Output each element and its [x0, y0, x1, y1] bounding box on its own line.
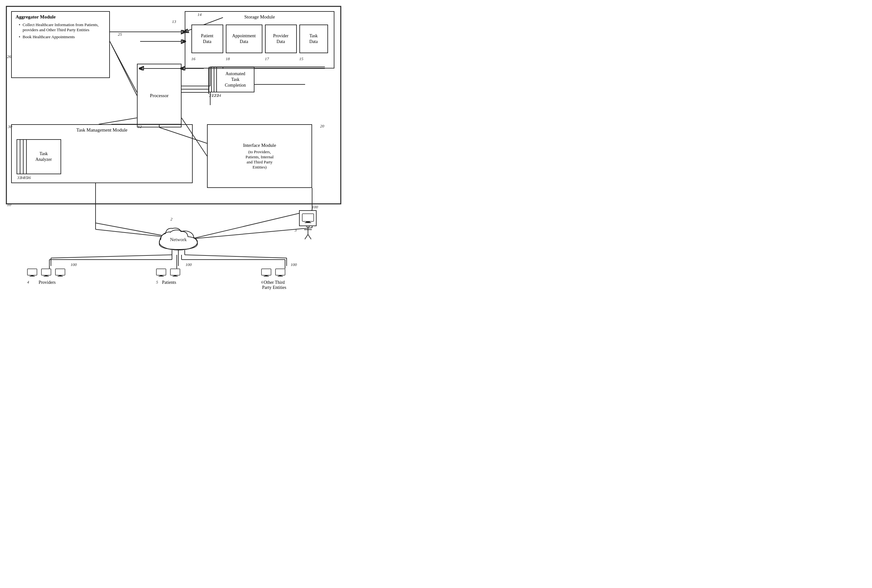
patient-data-box: Patient Data: [192, 24, 223, 53]
svg-line-68: [305, 234, 308, 239]
aggregator-title: Aggregator Module: [16, 14, 105, 20]
interface-title: Interface Module: [243, 143, 276, 148]
ref-13: 13: [172, 19, 176, 24]
aggregator-item-1: Collect Healthcare Information from Pati…: [19, 22, 105, 33]
ref-18: 18: [226, 56, 262, 62]
svg-line-32: [111, 45, 137, 92]
ref-10: 10: [7, 202, 11, 207]
ref-100c: 100: [291, 262, 297, 267]
ref-6: 6: [261, 280, 264, 285]
aggregator-item-2: Book Healthcare Appointments: [19, 34, 105, 39]
svg-rect-76: [55, 269, 65, 275]
ref-24: 24: [217, 93, 221, 98]
monitor-icon: [302, 213, 314, 223]
provider-computers: [27, 268, 67, 279]
task-module-title: Task Management Module: [12, 128, 192, 133]
provider-monitor-3: [55, 268, 67, 279]
interface-module: Interface Module (to Providers, Patients…: [207, 124, 312, 188]
svg-rect-82: [170, 269, 180, 275]
ref-4: 4: [27, 280, 29, 285]
svg-rect-88: [276, 269, 285, 275]
other-monitor-2: [275, 268, 287, 279]
ref-16: 16: [192, 56, 223, 62]
svg-line-45: [191, 228, 312, 239]
svg-rect-70: [27, 269, 37, 275]
other-computers: [261, 268, 287, 279]
aggregator-list: Collect Healthcare Information from Pati…: [16, 22, 105, 39]
interface-desc: (to Providers, Patients, Internal and Th…: [246, 149, 274, 170]
svg-rect-62: [302, 214, 314, 221]
ref-3: 3: [295, 228, 297, 233]
system-diagram: 10 Aggregator Module Collect Healthcare …: [0, 0, 436, 294]
providers-label: Providers: [39, 280, 56, 285]
ref-26: 26: [7, 54, 11, 59]
svg-line-1: [110, 41, 137, 96]
provider-monitor-2: [41, 268, 53, 279]
patients-group: 100 Patients 5: [156, 268, 182, 285]
task-management-module: Task Management Module Task Generator 33…: [11, 124, 193, 183]
task-data-box: Task Data: [300, 24, 328, 53]
cloud-svg: Network: [153, 221, 204, 253]
storage-module: Storage Module Patient Data Appointment …: [185, 11, 334, 69]
internal-users-group: 100 Internal Users 3: [301, 210, 315, 241]
patients-label: Patients: [162, 280, 176, 285]
provider-data-box: Provider Data: [265, 24, 297, 53]
svg-rect-79: [156, 269, 166, 275]
svg-line-15: [191, 210, 312, 239]
automated-task-box: Automated Task Completion: [216, 67, 255, 92]
ref-100d: 100: [312, 204, 318, 210]
aggregator-module: Aggregator Module Collect Healthcare Inf…: [11, 11, 110, 78]
patient-computers: [156, 268, 182, 279]
task-analyzer-box: Task Analyzer: [26, 139, 61, 174]
svg-line-69: [308, 234, 311, 239]
svg-line-17: [51, 255, 172, 258]
svg-rect-85: [261, 269, 271, 275]
other-monitor-1: [261, 268, 273, 279]
svg-line-21: [185, 255, 287, 258]
ref-100b: 100: [186, 262, 192, 267]
ref-36: 36: [27, 175, 31, 180]
network-cloud: Network 2: [153, 221, 204, 255]
ref-5: 5: [156, 280, 158, 285]
appointment-data-box: Appointment Data: [226, 24, 262, 53]
svg-rect-73: [41, 269, 51, 275]
svg-line-11: [99, 118, 137, 124]
provider-monitor-1: [27, 268, 39, 279]
ref-30: 30: [8, 124, 12, 129]
internal-users-box: [299, 210, 316, 226]
svg-text:Network: Network: [170, 237, 187, 242]
ref-2: 2: [170, 217, 172, 222]
ref-100a: 100: [71, 262, 77, 267]
other-third-party-group: 100 Other Third Party Entities 6: [261, 268, 287, 290]
patient-monitor-1: [156, 268, 168, 279]
patient-monitor-2: [170, 268, 182, 279]
ref-20: 20: [320, 124, 324, 129]
ref-17: 17: [265, 56, 297, 62]
storage-title: Storage Module: [185, 14, 334, 20]
other-third-party-label: Other Third Party Entities: [262, 280, 286, 290]
ref-25: 25: [118, 32, 122, 37]
providers-group: 100 Providers 4: [27, 268, 67, 285]
processor-box: Processor: [137, 64, 181, 128]
ref-15: 15: [300, 56, 328, 62]
